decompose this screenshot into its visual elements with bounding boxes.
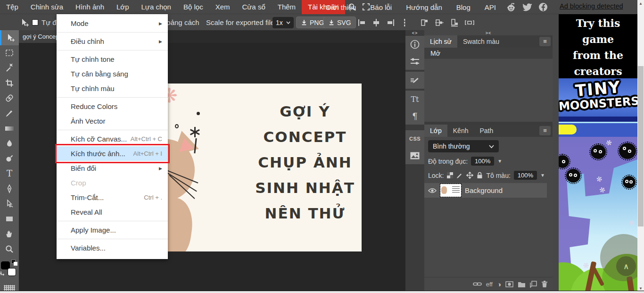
history-panel-menu-icon[interactable]: ≡: [539, 37, 551, 46]
tool-hand[interactable]: [0, 226, 19, 242]
distribute-horizontal-icon[interactable]: [399, 17, 410, 28]
blend-mode-select[interactable]: Bình thường: [428, 140, 499, 152]
tool-path-select[interactable]: [0, 196, 19, 211]
tab-history[interactable]: Lịch sử: [424, 35, 457, 48]
align-center-horizontal-icon[interactable]: [371, 17, 382, 28]
brush-settings-panel-icon[interactable]: [405, 72, 424, 89]
ad-promo-text[interactable]: Try this game from the creators of Photo…: [559, 14, 637, 78]
scroll-up-icon[interactable]: ▲: [637, 0, 644, 7]
fill-dropdown-icon[interactable]: ▼: [540, 173, 545, 178]
menu-item-canvas-size[interactable]: Kích cỡ Canvas...Alt+Ctrl + C: [57, 132, 168, 146]
tool-healing[interactable]: [0, 91, 19, 106]
canvas-image[interactable]: ❋ GỢI Ý CONCEPT CHỤP ẢNH SINH NHẬT NÊN T: [167, 84, 362, 251]
background-color-swatch[interactable]: [8, 268, 16, 276]
lock-position-icon[interactable]: [466, 172, 473, 179]
layer-mask-icon[interactable]: [505, 281, 513, 287]
menu-item-reduce-colors[interactable]: Reduce Colors: [57, 99, 168, 114]
opacity-value[interactable]: 100%: [471, 157, 494, 166]
menu-item-auto-contrast[interactable]: Tự cân bằng sáng: [57, 67, 168, 81]
menu-item-reveal-all[interactable]: Reveal All: [57, 205, 168, 219]
menu-item-transform[interactable]: Biến đổi▶: [57, 161, 168, 176]
menu-item-adjustments[interactable]: Điều chỉnh▶: [57, 34, 168, 49]
document-tab[interactable]: gợi ý Concep: [19, 30, 58, 43]
menu-learn[interactable]: Hướng dẫn: [400, 0, 448, 14]
align-bottom-icon[interactable]: [449, 17, 460, 28]
export-scale-select[interactable]: 1x: [272, 17, 294, 28]
history-entry[interactable]: Mở: [424, 48, 553, 59]
tool-marquee[interactable]: [0, 45, 19, 60]
lock-all-icon[interactable]: [477, 172, 483, 179]
game-scroll-button[interactable]: ∧: [616, 256, 636, 276]
tool-zoom[interactable]: [0, 242, 19, 257]
menu-image[interactable]: Hình ảnh: [69, 0, 110, 14]
color-swatches[interactable]: [0, 260, 19, 280]
menu-item-mode[interactable]: Mode▶: [57, 16, 168, 31]
menu-item-apply-image[interactable]: Apply Image...: [57, 223, 168, 237]
align-left-icon[interactable]: [356, 17, 368, 28]
menu-item-trim[interactable]: Trim-Cắt...Ctrl + .: [57, 190, 168, 205]
tool-dodge[interactable]: [0, 151, 19, 166]
layer-visibility-eye-icon[interactable]: [428, 188, 437, 193]
menu-layer[interactable]: Lớp: [110, 0, 135, 14]
adjustments-panel-icon[interactable]: [405, 53, 424, 70]
tool-gradient[interactable]: [0, 121, 19, 136]
menu-item-auto-tone[interactable]: Tự chỉnh tone: [57, 52, 168, 67]
character-panel-icon[interactable]: Tt: [405, 91, 424, 108]
lock-transparency-icon[interactable]: [447, 172, 453, 178]
menu-api[interactable]: API: [479, 0, 502, 14]
layers-panel-menu-icon[interactable]: ≡: [539, 126, 551, 135]
menu-window[interactable]: Cửa sổ: [236, 0, 272, 14]
tool-type[interactable]: T: [0, 166, 19, 181]
swap-colors-icon[interactable]: [0, 271, 6, 276]
tool-magic-wand[interactable]: [0, 60, 19, 75]
paragraph-panel-icon[interactable]: ¶: [405, 108, 424, 125]
facebook-icon[interactable]: [536, 0, 550, 14]
collapse-panels-handle[interactable]: ><: [424, 30, 553, 35]
tab-channels[interactable]: Kênh: [447, 125, 474, 137]
tool-blur[interactable]: [0, 136, 19, 151]
menu-edit[interactable]: Chỉnh sửa: [25, 0, 69, 14]
fill-value[interactable]: 100%: [514, 171, 537, 180]
tab-paths[interactable]: Path: [474, 125, 499, 137]
menu-view[interactable]: Xem: [209, 0, 236, 14]
adjustment-layer-icon[interactable]: ◑: [497, 280, 501, 288]
menu-blog[interactable]: Blog: [450, 0, 477, 14]
tab-swatches[interactable]: Swatch màu: [457, 35, 505, 48]
auto-select-checkbox[interactable]: [32, 19, 38, 25]
distribute-vertical-icon[interactable]: [464, 17, 475, 28]
link-layers-icon[interactable]: [473, 281, 482, 287]
menu-select[interactable]: Lựa chọn: [135, 0, 177, 14]
new-layer-icon[interactable]: [530, 281, 537, 288]
ad-blocking-link[interactable]: Ad blocking detected: [560, 2, 623, 10]
menu-item-vectorize[interactable]: Ảnh Vector: [57, 114, 168, 128]
tool-crop[interactable]: [0, 75, 19, 91]
menu-filter[interactable]: Bộ lọc: [177, 0, 209, 14]
delete-layer-icon[interactable]: [541, 281, 548, 288]
align-right-icon[interactable]: [385, 17, 396, 28]
layer-effects-icon[interactable]: eff: [486, 281, 493, 288]
menu-more[interactable]: Thêm: [272, 0, 302, 14]
menu-report-bug[interactable]: Báo lỗi: [364, 0, 398, 14]
game-ad-banner[interactable]: TINY MOONSTERS ✻ ✻ ✻ ✻ ✻ ∧: [559, 78, 637, 291]
layer-row-background[interactable]: Background: [424, 183, 547, 198]
info-panel-icon[interactable]: [405, 36, 424, 53]
menu-item-auto-color[interactable]: Tự chỉnh màu: [57, 81, 168, 96]
align-middle-icon[interactable]: [434, 17, 445, 28]
layer-thumbnail[interactable]: [440, 184, 461, 197]
menu-item-variables[interactable]: Variables...: [57, 241, 168, 255]
export-svg-button[interactable]: SVG: [323, 17, 356, 28]
collapse-strip-handle[interactable]: <>: [405, 30, 424, 36]
menu-about[interactable]: Giới thiệu: [319, 0, 362, 14]
browser-scrollbar[interactable]: ▲ ▼: [637, 0, 644, 293]
tool-rectangle[interactable]: [0, 211, 19, 226]
menu-item-image-size[interactable]: Kích thước ảnh...Alt+Ctrl + I: [57, 146, 168, 161]
align-top-icon[interactable]: [419, 17, 430, 28]
twitter-icon[interactable]: [520, 0, 534, 14]
lock-paint-icon[interactable]: [456, 172, 463, 179]
tool-brush[interactable]: [0, 106, 19, 121]
reddit-icon[interactable]: [504, 0, 518, 14]
tool-pen[interactable]: [0, 181, 19, 196]
opacity-dropdown-icon[interactable]: ▼: [497, 159, 502, 164]
menu-file[interactable]: Tệp: [0, 0, 25, 14]
css-panel-icon[interactable]: CSS: [405, 130, 424, 147]
